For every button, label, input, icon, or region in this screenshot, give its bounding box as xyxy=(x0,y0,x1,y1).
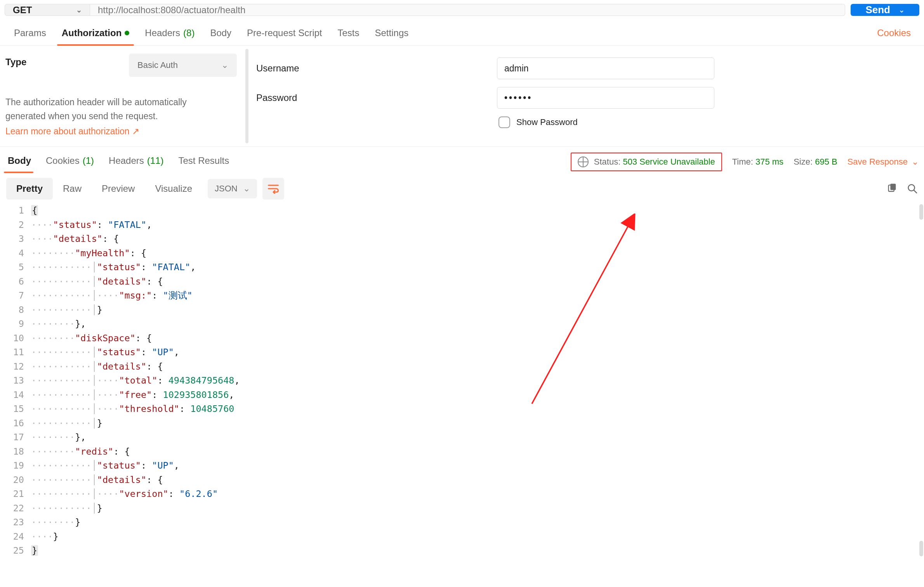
method-value: GET xyxy=(13,5,32,16)
tab-headers[interactable]: Headers (8) xyxy=(137,22,202,45)
tab-prerequest[interactable]: Pre-request Script xyxy=(239,22,330,45)
response-body-viewer[interactable]: 1 2 3 4 5 6 7 8 9 10 11 12 13 14 15 16 1… xyxy=(0,203,924,558)
tab-body[interactable]: Body xyxy=(202,22,239,45)
show-password-label: Show Password xyxy=(516,117,578,127)
external-link-icon: ↗ xyxy=(132,126,139,137)
svg-rect-1 xyxy=(890,184,896,190)
tab-authorization[interactable]: Authorization xyxy=(54,22,137,45)
url-input[interactable]: http://localhost:8080/actuator/health xyxy=(90,4,845,16)
time-value: 375 ms xyxy=(756,157,783,167)
auth-type-value: Basic Auth xyxy=(137,60,178,70)
send-button[interactable]: Send ⌄ xyxy=(851,4,919,16)
view-visualize[interactable]: Visualize xyxy=(145,178,202,200)
copy-icon[interactable] xyxy=(887,183,898,194)
status-value: 503 Service Unavailable xyxy=(623,157,715,167)
scrollbar[interactable] xyxy=(919,204,923,220)
show-password-checkbox[interactable] xyxy=(498,116,510,128)
view-preview[interactable]: Preview xyxy=(92,178,145,200)
headers-count: (8) xyxy=(183,28,195,38)
chevron-down-icon: ⌄ xyxy=(76,6,82,14)
tab-settings[interactable]: Settings xyxy=(367,22,417,45)
scrollbar[interactable] xyxy=(919,541,923,556)
globe-icon[interactable] xyxy=(578,156,589,167)
auth-type-select[interactable]: Basic Auth ⌄ xyxy=(129,54,237,77)
tab-tests[interactable]: Tests xyxy=(330,22,367,45)
svg-point-2 xyxy=(908,185,915,191)
password-label: Password xyxy=(256,92,474,103)
time-label: Time: xyxy=(732,157,753,167)
save-response-button[interactable]: Save Response ⌄ xyxy=(848,157,919,167)
view-raw[interactable]: Raw xyxy=(53,178,92,200)
status-highlight-box: Status: 503 Service Unavailable xyxy=(571,153,722,171)
chevron-down-icon: ⌄ xyxy=(912,157,919,167)
username-input[interactable]: admin xyxy=(497,57,714,79)
method-select[interactable]: GET ⌄ xyxy=(5,4,90,16)
resp-tab-cookies[interactable]: Cookies (1) xyxy=(42,151,101,172)
chevron-down-icon: ⌄ xyxy=(221,60,228,70)
status-label: Status: xyxy=(594,157,620,167)
password-input[interactable]: •••••• xyxy=(497,87,714,109)
wrap-icon xyxy=(267,184,279,194)
send-label: Send xyxy=(865,4,890,16)
svg-line-3 xyxy=(914,190,917,193)
dot-indicator-icon xyxy=(125,31,129,35)
username-label: Username xyxy=(256,63,474,74)
resp-tab-headers[interactable]: Headers (11) xyxy=(105,151,170,172)
url-value: http://localhost:8080/actuator/health xyxy=(98,5,245,16)
view-pretty[interactable]: Pretty xyxy=(6,178,53,200)
chevron-down-icon: ⌄ xyxy=(243,184,250,194)
resp-tab-test-results[interactable]: Test Results xyxy=(174,151,236,172)
chevron-down-icon[interactable]: ⌄ xyxy=(899,6,905,14)
search-icon[interactable] xyxy=(907,183,918,194)
tab-params[interactable]: Params xyxy=(6,22,54,45)
cookies-count: (1) xyxy=(83,155,94,166)
response-tabs: Body Cookies (1) Headers (11) Test Resul… xyxy=(0,147,924,172)
scrollbar[interactable] xyxy=(245,49,248,143)
wrap-lines-button[interactable] xyxy=(262,178,284,200)
language-select[interactable]: JSON ⌄ xyxy=(208,179,257,198)
code-content[interactable]: { ····"status": "FATAL", ····"details": … xyxy=(31,203,924,558)
learn-authorization-link[interactable]: Learn more about authorization ↗ xyxy=(5,126,139,137)
line-gutter: 1 2 3 4 5 6 7 8 9 10 11 12 13 14 15 16 1… xyxy=(0,203,31,558)
auth-description: The authorization header will be automat… xyxy=(5,96,241,123)
cookies-link[interactable]: Cookies xyxy=(877,22,918,45)
authorization-panel: Type Basic Auth ⌄ The authorization head… xyxy=(0,46,924,147)
request-tabs: Params Authorization Headers (8) Body Pr… xyxy=(0,20,924,46)
resp-headers-count: (11) xyxy=(147,155,164,166)
resp-tab-body[interactable]: Body xyxy=(4,151,38,172)
size-value: 695 B xyxy=(815,157,837,167)
size-label: Size: xyxy=(794,157,813,167)
